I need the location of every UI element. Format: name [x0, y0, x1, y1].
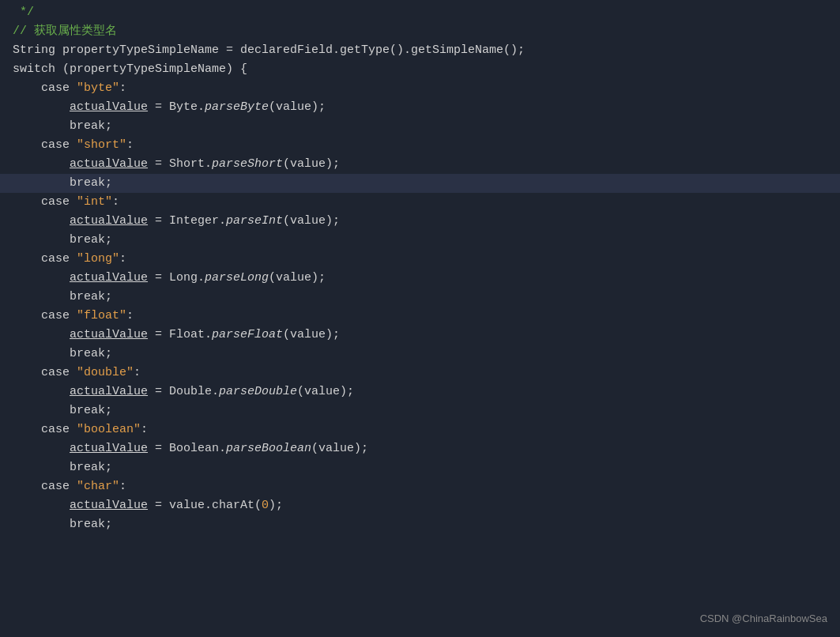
code-text: actualValue = Integer.parseInt(value); [13, 212, 340, 231]
code-line: break; [0, 288, 840, 307]
code-line: // 获取属性类型名 [0, 22, 840, 41]
code-text: String propertyTypeSimpleName = declared… [13, 41, 525, 60]
code-line: case "long": [0, 250, 840, 269]
code-line: case "boolean": [0, 420, 840, 439]
code-text: actualValue = Byte.parseByte(value); [13, 98, 326, 117]
code-line: actualValue = Double.parseDouble(value); [0, 383, 840, 401]
code-text: case "boolean": [13, 420, 148, 439]
code-text: actualValue = Double.parseDouble(value); [13, 383, 354, 401]
code-line: actualValue = Boolean.parseBoolean(value… [0, 439, 840, 458]
code-text: */ [13, 3, 34, 22]
code-line: case "float": [0, 307, 840, 326]
code-line: break; [0, 117, 840, 136]
watermark: CSDN @ChinaRainbowSea [700, 611, 827, 628]
code-line: case "double": [0, 364, 840, 383]
code-line: break; [0, 345, 840, 364]
code-line: actualValue = Long.parseLong(value); [0, 269, 840, 288]
code-text: case "byte": [13, 79, 126, 98]
code-line: case "short": [0, 136, 840, 155]
code-text: actualValue = Boolean.parseBoolean(value… [13, 439, 368, 458]
code-line: String propertyTypeSimpleName = declared… [0, 41, 840, 60]
code-text: actualValue = Short.parseShort(value); [13, 155, 340, 174]
code-line: break; [0, 401, 840, 420]
code-text: case "double": [13, 364, 141, 383]
code-line: actualValue = value.charAt(0); [0, 496, 840, 515]
code-line: break; [0, 231, 840, 250]
code-text: break; [13, 117, 112, 136]
code-text: case "long": [13, 250, 126, 269]
code-text: break; [13, 174, 112, 193]
code-editor: */ // 获取属性类型名 String propertyTypeSimpleN… [0, 0, 840, 637]
code-line: actualValue = Short.parseShort(value); [0, 155, 840, 174]
code-line: case "char": [0, 477, 840, 496]
code-line: actualValue = Integer.parseInt(value); [0, 212, 840, 231]
code-text: break; [13, 345, 112, 364]
code-text: case "int": [13, 193, 119, 212]
code-line: case "byte": [0, 79, 840, 98]
code-text: break; [13, 515, 112, 534]
code-text: break; [13, 288, 112, 307]
code-line: break; [0, 515, 840, 534]
code-line: actualValue = Float.parseFloat(value); [0, 326, 840, 345]
code-text: case "char": [13, 477, 126, 496]
code-text: switch (propertyTypeSimpleName) { [13, 60, 247, 79]
code-text: actualValue = Float.parseFloat(value); [13, 326, 340, 345]
code-text: actualValue = value.charAt(0); [13, 496, 283, 515]
code-text: // 获取属性类型名 [13, 22, 117, 41]
code-text: actualValue = Long.parseLong(value); [13, 269, 326, 288]
code-line: switch (propertyTypeSimpleName) { [0, 60, 840, 79]
code-line-highlighted: break; [0, 174, 840, 193]
code-line: case "int": [0, 193, 840, 212]
code-text: case "short": [13, 136, 134, 155]
code-text: break; [13, 401, 112, 420]
code-line: break; [0, 458, 840, 477]
code-line: */ [0, 3, 840, 22]
code-text: case "float": [13, 307, 134, 326]
code-text: break; [13, 231, 112, 250]
code-text: break; [13, 458, 112, 477]
code-line: actualValue = Byte.parseByte(value); [0, 98, 840, 117]
